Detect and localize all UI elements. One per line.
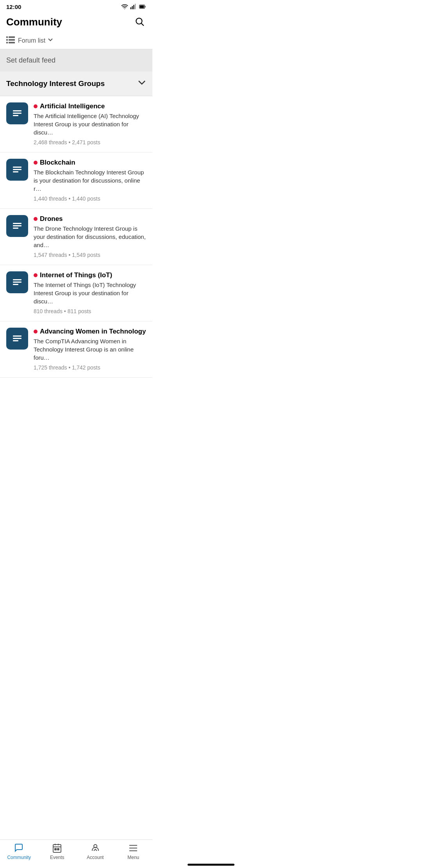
- forum-list-icon: [11, 220, 23, 232]
- svg-rect-12: [9, 36, 15, 38]
- svg-rect-17: [13, 115, 18, 116]
- active-dot: [34, 217, 38, 221]
- svg-rect-27: [13, 335, 21, 337]
- forum-item[interactable]: Artificial Intelligence The Artificial I…: [0, 96, 152, 152]
- svg-rect-14: [9, 42, 15, 43]
- forum-list-icon: [11, 108, 23, 119]
- forum-stats: 1,547 threads • 1,549 posts: [34, 252, 100, 258]
- svg-rect-11: [6, 42, 8, 43]
- forum-icon-box: [6, 328, 28, 350]
- page-header: Community: [0, 12, 152, 33]
- svg-point-7: [136, 18, 142, 24]
- forum-name: Artificial Intelligence: [40, 102, 105, 110]
- forum-name: Drones: [40, 215, 63, 223]
- wifi-icon: [121, 3, 128, 10]
- forum-name-row: Blockchain: [34, 159, 146, 167]
- grid-list-icon: [6, 36, 15, 43]
- svg-rect-21: [13, 223, 21, 224]
- svg-rect-24: [13, 279, 21, 280]
- forum-list-icon: [11, 333, 23, 344]
- forum-item[interactable]: Internet of Things (IoT) The Internet of…: [0, 265, 152, 321]
- forum-list-label: Forum list: [18, 37, 45, 44]
- svg-rect-9: [6, 36, 8, 38]
- forum-list-icon: [11, 276, 23, 288]
- forum-name: Internet of Things (IoT): [40, 271, 112, 279]
- active-dot: [34, 161, 38, 165]
- svg-rect-23: [13, 228, 18, 229]
- forum-list-chevron-icon: [48, 37, 53, 44]
- svg-rect-28: [13, 338, 21, 339]
- svg-rect-5: [145, 6, 145, 7]
- svg-rect-10: [6, 39, 8, 41]
- forum-icon-box: [6, 102, 28, 124]
- forum-stats: 1,440 threads • 1,440 posts: [34, 195, 100, 202]
- svg-rect-20: [13, 171, 18, 172]
- content-area: Set default feed Technology Interest Gro…: [0, 49, 152, 413]
- svg-rect-16: [13, 113, 21, 114]
- forum-name: Advancing Women in Technology: [40, 328, 146, 335]
- svg-rect-22: [13, 225, 21, 226]
- forum-content: Advancing Women in Technology The CompTI…: [34, 328, 146, 371]
- forum-name-row: Drones: [34, 215, 146, 223]
- search-icon: [134, 16, 145, 27]
- forum-icon-box: [6, 271, 28, 293]
- forum-content: Blockchain The Blockchain Technology Int…: [34, 159, 146, 202]
- svg-rect-1: [132, 6, 133, 9]
- forum-icon-box: [6, 215, 28, 237]
- forum-name-row: Internet of Things (IoT): [34, 271, 146, 279]
- signal-icon: [130, 3, 137, 10]
- forum-content: Artificial Intelligence The Artificial I…: [34, 102, 146, 146]
- forum-items-list: Artificial Intelligence The Artificial I…: [0, 96, 152, 378]
- default-feed-text: Set default feed: [6, 56, 55, 64]
- forum-description: The Drone Technology Interest Group is y…: [34, 224, 146, 249]
- svg-rect-15: [13, 110, 21, 111]
- status-icons: [121, 3, 146, 10]
- svg-rect-6: [140, 5, 144, 8]
- forum-stats: 2,468 threads • 2,471 posts: [34, 139, 100, 145]
- forum-list-icon: [11, 164, 23, 176]
- svg-rect-26: [13, 284, 18, 285]
- forum-content: Drones The Drone Technology Interest Gro…: [34, 215, 146, 258]
- active-dot: [34, 104, 38, 108]
- forum-stats: 1,725 threads • 1,742 posts: [34, 364, 100, 371]
- forum-icon-box: [6, 159, 28, 181]
- svg-rect-0: [131, 7, 131, 9]
- forum-item[interactable]: Blockchain The Blockchain Technology Int…: [0, 152, 152, 209]
- forum-description: The Internet of Things (IoT) Technology …: [34, 281, 146, 305]
- forum-description: The Artificial Intelligence (AI) Technol…: [34, 112, 146, 136]
- section-header[interactable]: Technology Interest Groups: [0, 72, 152, 96]
- svg-rect-19: [13, 169, 21, 170]
- svg-rect-25: [13, 282, 21, 283]
- svg-rect-29: [13, 340, 18, 341]
- active-dot: [34, 330, 38, 334]
- section-title: Technology Interest Groups: [6, 79, 105, 88]
- forum-description: The Blockchain Technology Interest Group…: [34, 168, 146, 193]
- forum-name-row: Artificial Intelligence: [34, 102, 146, 110]
- forum-item[interactable]: Advancing Women in Technology The CompTI…: [0, 321, 152, 378]
- svg-line-8: [141, 23, 144, 26]
- svg-rect-18: [13, 167, 21, 168]
- battery-icon: [139, 3, 146, 10]
- forum-name-row: Advancing Women in Technology: [34, 328, 146, 335]
- forum-content: Internet of Things (IoT) The Internet of…: [34, 271, 146, 315]
- svg-rect-13: [9, 39, 15, 41]
- forum-list-bar[interactable]: Forum list: [0, 33, 152, 49]
- status-time: 12:00: [6, 4, 21, 10]
- search-button[interactable]: [133, 15, 146, 29]
- forum-list-icon: [6, 36, 15, 45]
- forum-description: The CompTIA Advancing Women in Technolog…: [34, 337, 146, 362]
- section-chevron-icon: [138, 79, 146, 89]
- svg-rect-2: [133, 5, 134, 9]
- forum-stats: 810 threads • 811 posts: [34, 308, 91, 314]
- svg-rect-3: [135, 4, 136, 9]
- status-bar: 12:00: [0, 0, 152, 12]
- active-dot: [34, 273, 38, 277]
- page-title: Community: [6, 16, 62, 28]
- forum-name: Blockchain: [40, 159, 75, 167]
- default-feed-banner[interactable]: Set default feed: [0, 49, 152, 72]
- forum-item[interactable]: Drones The Drone Technology Interest Gro…: [0, 209, 152, 265]
